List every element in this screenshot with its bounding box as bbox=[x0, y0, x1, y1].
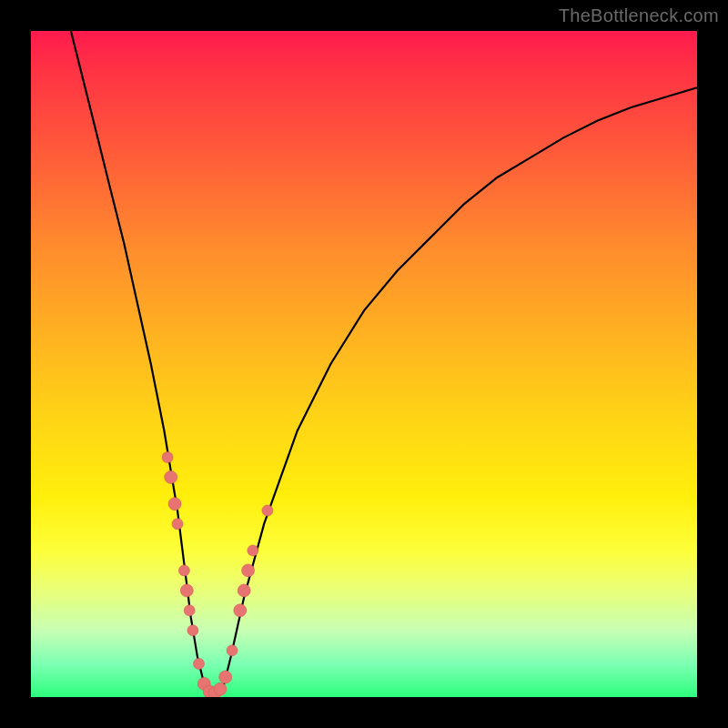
chart-svg bbox=[31, 31, 697, 697]
data-point bbox=[242, 564, 255, 577]
data-point bbox=[187, 625, 198, 636]
data-point bbox=[227, 645, 238, 656]
data-point bbox=[238, 584, 250, 597]
data-point bbox=[214, 682, 227, 695]
data-point bbox=[165, 470, 177, 483]
data-point bbox=[234, 604, 247, 617]
data-point bbox=[168, 498, 181, 511]
data-point bbox=[180, 584, 193, 597]
watermark-text: TheBottleneck.com bbox=[559, 5, 719, 26]
plot-area bbox=[31, 31, 697, 697]
data-point bbox=[248, 545, 258, 556]
data-points bbox=[162, 452, 273, 698]
data-point bbox=[262, 505, 273, 516]
outer-frame: TheBottleneck.com bbox=[0, 0, 728, 728]
data-point bbox=[184, 605, 195, 616]
data-point bbox=[172, 519, 183, 530]
data-point bbox=[178, 565, 189, 576]
data-point bbox=[219, 671, 232, 683]
data-point bbox=[194, 658, 205, 669]
bottleneck-curve bbox=[71, 31, 697, 697]
data-point bbox=[162, 452, 173, 463]
